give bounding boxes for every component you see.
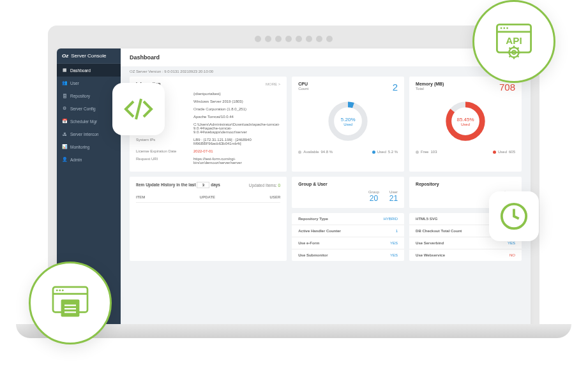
sidebar-item-admin[interactable]: 👤Admin <box>57 153 121 166</box>
svg-line-18 <box>509 48 511 49</box>
sidebar-item-scheduler[interactable]: 📅Scheduler Mgr <box>57 115 121 128</box>
code-icon <box>123 94 154 124</box>
brand-name: Server Console <box>71 53 106 59</box>
sidebar-item-monitoring[interactable]: 📊Monitoring <box>57 140 121 153</box>
svg-line-4 <box>136 99 141 119</box>
cpu-donut-chart: 5.20%Used <box>326 99 370 144</box>
user-icon: 👥 <box>62 80 67 85</box>
main-content: Dashboard OZ Server Version : 9.0.0131 2… <box>121 48 531 329</box>
repository-icon: 🗄 <box>62 93 67 98</box>
api-window-icon: API <box>490 17 538 66</box>
group-user-panel: Group & User Group20 User21 <box>292 177 404 208</box>
intercon-icon: 🖧 <box>62 131 67 137</box>
page-title: Dashboard <box>121 48 531 66</box>
svg-point-25 <box>59 290 61 292</box>
sidebar-item-repository[interactable]: 🗄Repository <box>57 89 121 102</box>
camera-dots <box>57 32 531 48</box>
console-window-icon <box>47 280 93 326</box>
svg-point-24 <box>56 290 58 292</box>
memory-donut-chart: 85.45%Used <box>443 99 488 144</box>
clock-icon <box>499 202 529 231</box>
sidebar-item-server-config[interactable]: ⚙Server Config <box>57 102 121 115</box>
memory-total: 708 <box>499 82 515 93</box>
clock-icon-card <box>489 191 539 241</box>
svg-text:API: API <box>506 35 522 46</box>
scheduler-icon: 📅 <box>62 119 67 124</box>
memory-panel: Memory (MB)Total 708 85.45%Used Free 103… <box>409 77 522 172</box>
console-icon-badge <box>29 262 112 344</box>
cpu-panel: CPUCount 2 5.20%Used Available 94.8 % Us… <box>292 77 404 172</box>
history-table-header: ITEM UPDATE USER <box>136 192 280 203</box>
info-more-link[interactable]: MORE > <box>266 82 280 86</box>
svg-line-21 <box>517 48 518 49</box>
version-bar: OZ Server Version : 9.0.0131 20210923 20… <box>121 66 531 77</box>
svg-line-20 <box>509 56 511 57</box>
sidebar-item-intercon[interactable]: 🖧Server Intercon <box>57 128 121 140</box>
brand-logo: Oz <box>62 53 68 59</box>
sidebar-item-dashboard[interactable]: ▦Dashboard <box>57 64 121 77</box>
config-icon: ⚙ <box>62 106 67 111</box>
monitoring-icon: 📊 <box>62 144 67 149</box>
svg-point-26 <box>62 290 64 292</box>
brand: Oz Server Console <box>57 48 121 64</box>
svg-point-10 <box>506 27 508 29</box>
api-icon-badge: API <box>472 0 555 83</box>
dashboard-icon: ▦ <box>62 68 67 73</box>
code-icon-card <box>112 83 165 135</box>
svg-point-9 <box>503 27 505 29</box>
history-days-input[interactable] <box>197 182 209 188</box>
admin-icon: 👤 <box>62 157 67 162</box>
svg-point-8 <box>501 27 502 29</box>
cpu-count: 2 <box>393 82 398 93</box>
svg-line-19 <box>517 56 518 57</box>
sidebar-item-user[interactable]: 👥User <box>57 77 121 89</box>
laptop-frame: Oz Server Console ▦Dashboard 👥User 🗄Repo… <box>48 26 539 329</box>
history-panel: Item Update History in the last days Upd… <box>130 177 287 261</box>
